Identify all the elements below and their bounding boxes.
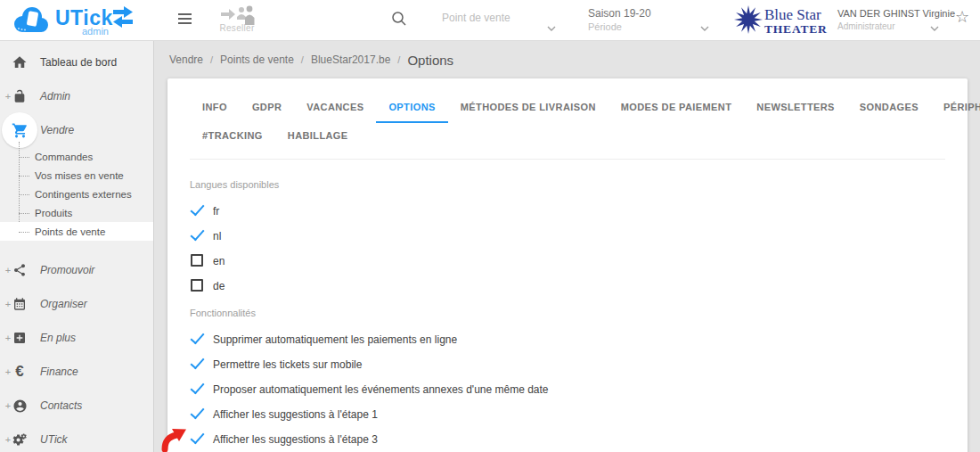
- checkmark-icon: [191, 380, 205, 395]
- sidebar-item-organiser[interactable]: + Organiser: [0, 287, 153, 321]
- user-name: VAN DER GHINST Virginie: [837, 8, 955, 19]
- sidebar-item-label: Contacts: [40, 399, 82, 412]
- tab-info[interactable]: INFO: [190, 95, 240, 123]
- sidebar-item-tableau-de-bord[interactable]: Tableau de bord: [0, 45, 153, 79]
- checkbox[interactable]: [190, 382, 206, 398]
- tab-methodes-de-livraison[interactable]: MÉTHODES DE LIVRAISON: [448, 95, 608, 123]
- app-logo[interactable]: UTick admin: [11, 4, 113, 39]
- options-form: Langues disponibles fr nl: [190, 179, 945, 452]
- starburst-icon: [734, 5, 763, 37]
- sidebar-subitem-vos-mises-en-vente[interactable]: Vos mises en vente: [0, 166, 153, 185]
- breadcrumb-item[interactable]: BlueStar2017.be: [311, 53, 390, 66]
- checkbox-label: Proposer automatiquement les événements …: [213, 383, 549, 396]
- lock-icon: [12, 88, 28, 104]
- sidebar-item-promouvoir[interactable]: + Promouvoir: [0, 253, 153, 287]
- season-dropdown[interactable]: Saison 19-20 Période: [588, 7, 651, 32]
- checkbox-option-suggestions-etape-3: Afficher les suggestions à l'étape 3: [190, 427, 945, 452]
- home-icon: [12, 54, 28, 70]
- sidebar-subitem-label: Points de vente: [35, 226, 105, 237]
- tab-options[interactable]: OPTIONS: [376, 95, 447, 123]
- tab-newsletters[interactable]: NEWSLETTERS: [744, 95, 847, 123]
- sidebar-subitem-commandes[interactable]: Commandes: [0, 147, 153, 166]
- sidebar-subitem-label: Commandes: [35, 152, 93, 162]
- checkmark-icon: [191, 201, 205, 217]
- tab-vacances[interactable]: VACANCES: [294, 95, 376, 123]
- checkbox[interactable]: [190, 278, 206, 294]
- sidebar-item-label: Finance: [40, 366, 78, 378]
- checkmark-icon: [191, 355, 205, 370]
- season-label: Période: [588, 21, 651, 32]
- checkbox-label: de: [213, 280, 225, 292]
- search-icon: [390, 15, 408, 30]
- breadcrumb-separator: /: [397, 54, 400, 65]
- sidebar-item-finance[interactable]: + € Finance: [0, 355, 153, 389]
- share-icon: [12, 262, 28, 278]
- screen: UTick admin: [0, 0, 980, 452]
- breadcrumb-item[interactable]: Points de vente: [220, 53, 294, 66]
- tab-row-2: #TRACKING HABILLAGE: [190, 123, 945, 152]
- sidebar-subitem-contingents-externes[interactable]: Contingents externes: [0, 185, 153, 203]
- calendar-icon: [12, 296, 28, 312]
- tab-gdpr[interactable]: GDPR: [240, 95, 294, 123]
- checkbox[interactable]: [190, 357, 206, 373]
- checkbox[interactable]: [190, 228, 206, 244]
- checkbox-option-en: en: [190, 249, 945, 274]
- sidebar-item-contacts[interactable]: + Contacts: [0, 389, 153, 423]
- checkbox-option-nl: nl: [190, 224, 945, 249]
- sidebar-subitem-produits[interactable]: Produits: [0, 203, 153, 222]
- chevron-down-icon[interactable]: [547, 19, 556, 35]
- plus-box-icon: [12, 330, 28, 346]
- vendre-submenu: Commandes Vos mises en vente Contingents…: [0, 147, 153, 241]
- sidebar-item-label: Admin: [40, 90, 70, 103]
- sidebar-item-en-plus[interactable]: + En plus: [0, 321, 153, 355]
- sidebar-item-vendre[interactable]: < Vendre: [0, 113, 153, 147]
- checkbox[interactable]: [190, 332, 206, 348]
- checkbox-option-supprimer-paiements: Supprimer automatiquement les paiements …: [190, 327, 945, 352]
- reseller-button[interactable]: Reseller: [219, 5, 255, 33]
- options-card: INFO GDPR VACANCES OPTIONS MÉTHODES DE L…: [167, 78, 968, 452]
- sidebar-item-label: UTick: [40, 433, 68, 446]
- annotation-arrow-icon: [160, 423, 194, 452]
- breadcrumb: Vendre / Points de vente / BlueStar2017.…: [155, 41, 980, 78]
- sidebar-item-label: En plus: [40, 332, 76, 344]
- org-name-line1: Blue Star: [764, 7, 828, 22]
- search-button[interactable]: [390, 10, 408, 31]
- checkbox[interactable]: [190, 253, 206, 269]
- checkmark-icon: [191, 226, 205, 242]
- sidebar-item-label: Organiser: [40, 298, 87, 310]
- checkbox[interactable]: [190, 203, 206, 219]
- checkbox-outline: [191, 279, 203, 292]
- breadcrumb-separator: /: [210, 54, 213, 65]
- sidebar-item-label: Vendre: [40, 124, 74, 136]
- season-value: Saison 19-20: [588, 7, 651, 20]
- euro-icon: €: [12, 364, 28, 380]
- languages-section-label: Langues disponibles: [190, 179, 945, 190]
- tab-peripheriques[interactable]: PÉRIPHÉRIQUES: [931, 95, 980, 123]
- favorite-star-icon[interactable]: ☆: [955, 9, 969, 25]
- checkbox-option-evenements-annexes: Proposer automatiquement les événements …: [190, 377, 945, 402]
- tab-modes-de-paiement[interactable]: MODES DE PAIEMENT: [608, 95, 745, 123]
- tab-tracking[interactable]: #TRACKING: [190, 123, 275, 152]
- main-content: Vendre / Points de vente / BlueStar2017.…: [155, 41, 980, 452]
- features-section-label: Fonctionnalités: [190, 308, 945, 318]
- tab-sondages[interactable]: SONDAGES: [847, 95, 931, 123]
- tab-habillage[interactable]: HABILLAGE: [275, 123, 361, 152]
- checkbox-label: nl: [213, 230, 221, 242]
- checkbox-option-de: de: [190, 274, 945, 299]
- checkbox[interactable]: [190, 407, 206, 423]
- breadcrumb-item[interactable]: Vendre: [169, 53, 203, 66]
- sidebar-subitem-label: Vos mises en vente: [35, 170, 124, 181]
- sidebar-subitem-label: Contingents externes: [35, 189, 132, 200]
- reseller-label: Reseller: [219, 23, 255, 33]
- chevron-down-icon[interactable]: [930, 19, 939, 35]
- checkbox-outline: [191, 254, 203, 267]
- sidebar-item-utick[interactable]: + UTick: [0, 423, 153, 452]
- chevron-down-icon[interactable]: [700, 19, 709, 35]
- sidebar: Tableau de bord + Admin < Vendre Command…: [0, 41, 154, 452]
- menu-toggle-icon[interactable]: [178, 13, 192, 27]
- sidebar-item-admin[interactable]: + Admin: [0, 79, 153, 113]
- sidebar-subitem-points-de-vente[interactable]: Points de vente: [0, 222, 153, 241]
- gears-icon: [12, 431, 28, 448]
- point-of-sale-dropdown[interactable]: Point de vente: [442, 12, 510, 24]
- organization-logo: Blue Star THEATER: [734, 5, 828, 37]
